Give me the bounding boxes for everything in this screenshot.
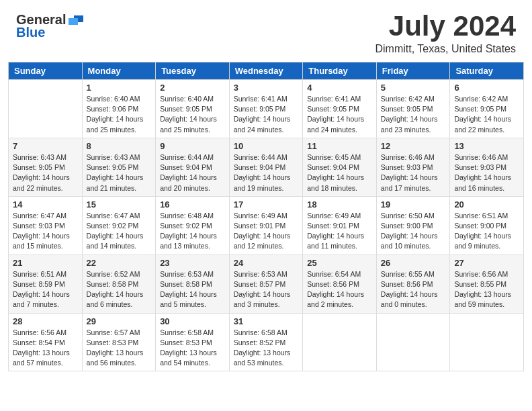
day-info: Sunrise: 6:57 AM Sunset: 8:53 PM Dayligh… xyxy=(87,328,152,369)
col-header-thursday: Thursday xyxy=(303,62,377,80)
calendar-cell: 11Sunrise: 6:45 AM Sunset: 9:04 PM Dayli… xyxy=(303,138,377,196)
calendar-cell: 8Sunrise: 6:43 AM Sunset: 9:05 PM Daylig… xyxy=(82,138,156,196)
calendar-cell: 7Sunrise: 6:43 AM Sunset: 9:05 PM Daylig… xyxy=(9,138,83,196)
day-number: 6 xyxy=(454,83,519,93)
calendar-cell: 27Sunrise: 6:56 AM Sunset: 8:55 PM Dayli… xyxy=(450,255,524,313)
calendar-cell: 14Sunrise: 6:47 AM Sunset: 9:03 PM Dayli… xyxy=(9,196,83,255)
day-number: 11 xyxy=(307,141,372,151)
calendar-cell: 25Sunrise: 6:54 AM Sunset: 8:56 PM Dayli… xyxy=(303,255,377,313)
calendar-cell: 23Sunrise: 6:53 AM Sunset: 8:58 PM Dayli… xyxy=(156,255,230,313)
day-info: Sunrise: 6:41 AM Sunset: 9:05 PM Dayligh… xyxy=(234,94,299,135)
calendar-cell: 3Sunrise: 6:41 AM Sunset: 9:05 PM Daylig… xyxy=(229,80,303,138)
day-number: 13 xyxy=(454,141,519,151)
day-number: 31 xyxy=(234,316,299,326)
day-number: 29 xyxy=(87,316,152,326)
calendar-wrapper: SundayMondayTuesdayWednesdayThursdayFrid… xyxy=(0,62,532,377)
day-number: 26 xyxy=(381,258,446,268)
day-info: Sunrise: 6:51 AM Sunset: 8:59 PM Dayligh… xyxy=(13,269,78,310)
day-number: 12 xyxy=(381,141,446,151)
calendar-cell: 15Sunrise: 6:47 AM Sunset: 9:02 PM Dayli… xyxy=(82,196,156,255)
calendar-cell: 31Sunrise: 6:58 AM Sunset: 8:52 PM Dayli… xyxy=(229,313,303,371)
day-info: Sunrise: 6:46 AM Sunset: 9:03 PM Dayligh… xyxy=(381,152,446,193)
day-info: Sunrise: 6:46 AM Sunset: 9:03 PM Dayligh… xyxy=(454,152,519,193)
day-number: 9 xyxy=(160,141,225,151)
calendar-cell xyxy=(376,313,450,371)
calendar-cell: 18Sunrise: 6:49 AM Sunset: 9:01 PM Dayli… xyxy=(303,196,377,255)
day-info: Sunrise: 6:40 AM Sunset: 9:06 PM Dayligh… xyxy=(87,94,152,135)
day-number: 2 xyxy=(160,83,225,93)
calendar-week-row: 28Sunrise: 6:56 AM Sunset: 8:54 PM Dayli… xyxy=(9,313,524,371)
calendar-cell xyxy=(9,80,83,138)
day-number: 16 xyxy=(160,199,225,210)
day-info: Sunrise: 6:47 AM Sunset: 9:03 PM Dayligh… xyxy=(13,211,78,252)
day-info: Sunrise: 6:49 AM Sunset: 9:01 PM Dayligh… xyxy=(307,211,372,252)
col-header-friday: Friday xyxy=(376,62,450,80)
day-info: Sunrise: 6:45 AM Sunset: 9:04 PM Dayligh… xyxy=(307,152,372,193)
calendar-cell: 4Sunrise: 6:41 AM Sunset: 9:05 PM Daylig… xyxy=(303,80,377,138)
day-number: 1 xyxy=(87,83,152,93)
day-info: Sunrise: 6:41 AM Sunset: 9:05 PM Dayligh… xyxy=(307,94,372,135)
day-info: Sunrise: 6:53 AM Sunset: 8:57 PM Dayligh… xyxy=(234,269,299,310)
day-info: Sunrise: 6:58 AM Sunset: 8:53 PM Dayligh… xyxy=(160,328,225,369)
calendar-cell: 20Sunrise: 6:51 AM Sunset: 9:00 PM Dayli… xyxy=(450,196,524,255)
day-info: Sunrise: 6:42 AM Sunset: 9:05 PM Dayligh… xyxy=(454,94,519,135)
location-subtitle: Dimmitt, Texas, United States xyxy=(375,43,516,55)
day-info: Sunrise: 6:52 AM Sunset: 8:58 PM Dayligh… xyxy=(87,269,152,310)
calendar-cell: 5Sunrise: 6:42 AM Sunset: 9:05 PM Daylig… xyxy=(376,80,450,138)
day-number: 10 xyxy=(234,141,299,151)
calendar-cell: 30Sunrise: 6:58 AM Sunset: 8:53 PM Dayli… xyxy=(156,313,230,371)
logo-blue: Blue xyxy=(16,25,83,40)
calendar-cell xyxy=(450,313,524,371)
calendar-cell: 21Sunrise: 6:51 AM Sunset: 8:59 PM Dayli… xyxy=(9,255,83,313)
day-number: 21 xyxy=(13,258,78,268)
logo-icon xyxy=(69,14,83,26)
calendar-cell: 10Sunrise: 6:44 AM Sunset: 9:04 PM Dayli… xyxy=(229,138,303,196)
day-info: Sunrise: 6:48 AM Sunset: 9:02 PM Dayligh… xyxy=(160,211,225,252)
day-info: Sunrise: 6:56 AM Sunset: 8:54 PM Dayligh… xyxy=(13,328,78,369)
day-info: Sunrise: 6:54 AM Sunset: 8:56 PM Dayligh… xyxy=(307,269,372,310)
calendar-cell: 17Sunrise: 6:49 AM Sunset: 9:01 PM Dayli… xyxy=(229,196,303,255)
page-header: General Blue July 2024 Dimmitt, Texas, U… xyxy=(0,0,532,62)
month-year-title: July 2024 xyxy=(375,12,516,40)
day-number: 20 xyxy=(454,199,519,210)
logo: General Blue xyxy=(16,12,83,40)
calendar-week-row: 1Sunrise: 6:40 AM Sunset: 9:06 PM Daylig… xyxy=(9,80,524,138)
calendar-header-row: SundayMondayTuesdayWednesdayThursdayFrid… xyxy=(9,62,524,80)
calendar-cell: 6Sunrise: 6:42 AM Sunset: 9:05 PM Daylig… xyxy=(450,80,524,138)
day-number: 22 xyxy=(87,258,152,268)
col-header-saturday: Saturday xyxy=(450,62,524,80)
svg-marker-1 xyxy=(69,18,78,25)
calendar-cell: 29Sunrise: 6:57 AM Sunset: 8:53 PM Dayli… xyxy=(82,313,156,371)
day-number: 30 xyxy=(160,316,225,326)
calendar-cell: 28Sunrise: 6:56 AM Sunset: 8:54 PM Dayli… xyxy=(9,313,83,371)
day-number: 28 xyxy=(13,316,78,326)
day-number: 8 xyxy=(87,141,152,151)
day-info: Sunrise: 6:58 AM Sunset: 8:52 PM Dayligh… xyxy=(234,328,299,369)
day-info: Sunrise: 6:55 AM Sunset: 8:56 PM Dayligh… xyxy=(381,269,446,310)
day-number: 5 xyxy=(381,83,446,93)
col-header-monday: Monday xyxy=(82,62,156,80)
day-number: 3 xyxy=(234,83,299,93)
day-number: 17 xyxy=(234,199,299,210)
calendar-cell: 12Sunrise: 6:46 AM Sunset: 9:03 PM Dayli… xyxy=(376,138,450,196)
calendar-cell xyxy=(303,313,377,371)
day-info: Sunrise: 6:53 AM Sunset: 8:58 PM Dayligh… xyxy=(160,269,225,310)
day-number: 25 xyxy=(307,258,372,268)
calendar-cell: 24Sunrise: 6:53 AM Sunset: 8:57 PM Dayli… xyxy=(229,255,303,313)
calendar-cell: 9Sunrise: 6:44 AM Sunset: 9:04 PM Daylig… xyxy=(156,138,230,196)
day-number: 4 xyxy=(307,83,372,93)
calendar-cell: 16Sunrise: 6:48 AM Sunset: 9:02 PM Dayli… xyxy=(156,196,230,255)
day-info: Sunrise: 6:44 AM Sunset: 9:04 PM Dayligh… xyxy=(234,152,299,193)
calendar-cell: 13Sunrise: 6:46 AM Sunset: 9:03 PM Dayli… xyxy=(450,138,524,196)
day-info: Sunrise: 6:40 AM Sunset: 9:05 PM Dayligh… xyxy=(160,94,225,135)
calendar-cell: 2Sunrise: 6:40 AM Sunset: 9:05 PM Daylig… xyxy=(156,80,230,138)
calendar-week-row: 7Sunrise: 6:43 AM Sunset: 9:05 PM Daylig… xyxy=(9,138,524,196)
day-number: 19 xyxy=(381,199,446,210)
calendar-week-row: 14Sunrise: 6:47 AM Sunset: 9:03 PM Dayli… xyxy=(9,196,524,255)
day-info: Sunrise: 6:50 AM Sunset: 9:00 PM Dayligh… xyxy=(381,211,446,252)
day-number: 18 xyxy=(307,199,372,210)
calendar-week-row: 21Sunrise: 6:51 AM Sunset: 8:59 PM Dayli… xyxy=(9,255,524,313)
day-info: Sunrise: 6:44 AM Sunset: 9:04 PM Dayligh… xyxy=(160,152,225,193)
day-info: Sunrise: 6:42 AM Sunset: 9:05 PM Dayligh… xyxy=(381,94,446,135)
col-header-sunday: Sunday xyxy=(9,62,83,80)
